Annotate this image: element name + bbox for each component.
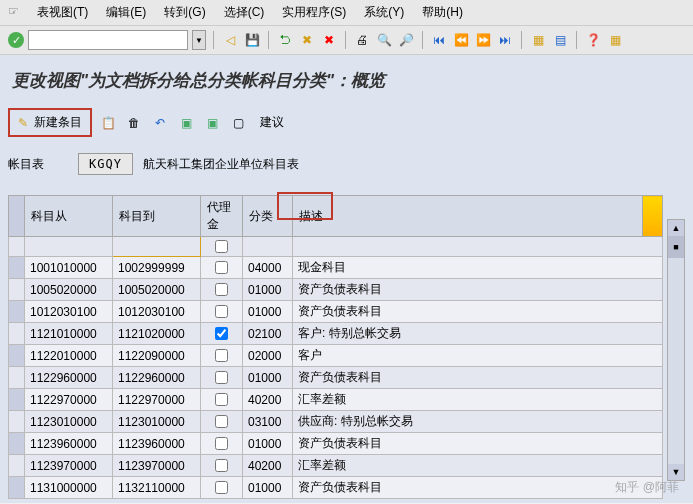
menu-help[interactable]: 帮助(H) xyxy=(422,4,463,21)
row-selector[interactable] xyxy=(9,433,25,455)
cell-commission[interactable] xyxy=(201,345,243,367)
layout2-icon[interactable]: ▤ xyxy=(551,31,569,49)
commission-checkbox[interactable] xyxy=(215,349,228,362)
table-row[interactable]: 1005020000100502000001000资产负债表科目 xyxy=(9,279,663,301)
table-row[interactable]: 1122970000112297000040200汇率差额 xyxy=(9,389,663,411)
row-selector[interactable] xyxy=(9,345,25,367)
delete-icon[interactable]: 🗑 xyxy=(124,113,144,133)
cell-category[interactable]: 40200 xyxy=(243,455,293,477)
new-entry-button[interactable]: ✎ 新建条目 xyxy=(8,108,92,137)
scroll-up-icon[interactable]: ▲ xyxy=(668,220,684,236)
cell-category[interactable] xyxy=(243,237,293,257)
commission-checkbox[interactable] xyxy=(215,240,228,253)
cell-from[interactable]: 1131000000 xyxy=(25,477,113,499)
cell-commission[interactable] xyxy=(201,237,243,257)
scroll-thumb[interactable]: ■ xyxy=(668,236,684,258)
cell-description[interactable]: 资产负债表科目 xyxy=(293,301,663,323)
ok-icon[interactable]: ✓ xyxy=(8,32,24,48)
commission-checkbox[interactable] xyxy=(215,415,228,428)
row-selector[interactable] xyxy=(9,323,25,345)
config-column-icon[interactable] xyxy=(643,196,663,237)
suggest-button[interactable]: 建议 xyxy=(254,114,290,131)
cell-from[interactable]: 1123010000 xyxy=(25,411,113,433)
cell-description[interactable]: 资产负债表科目 xyxy=(293,367,663,389)
deselect-icon[interactable]: ▢ xyxy=(228,113,248,133)
commission-checkbox[interactable] xyxy=(215,261,228,274)
cell-to[interactable]: 1123970000 xyxy=(113,455,201,477)
next-icon[interactable]: ⏩ xyxy=(474,31,492,49)
print-icon[interactable]: 🖨 xyxy=(353,31,371,49)
cell-to[interactable]: 1123010000 xyxy=(113,411,201,433)
menu-select[interactable]: 选择(C) xyxy=(224,4,265,21)
col-commission[interactable]: 代理金 xyxy=(201,196,243,237)
row-selector[interactable] xyxy=(9,455,25,477)
cell-to[interactable]: 1123960000 xyxy=(113,433,201,455)
menu-edit[interactable]: 编辑(E) xyxy=(106,4,146,21)
exit-icon[interactable]: ⮌ xyxy=(276,31,294,49)
cell-commission[interactable] xyxy=(201,301,243,323)
cell-to[interactable]: 1122960000 xyxy=(113,367,201,389)
cell-category[interactable]: 04000 xyxy=(243,257,293,279)
commission-checkbox[interactable] xyxy=(215,393,228,406)
cancel-icon[interactable]: ✖ xyxy=(298,31,316,49)
cell-category[interactable]: 01000 xyxy=(243,477,293,499)
table-row[interactable]: 1123970000112397000040200汇率差额 xyxy=(9,455,663,477)
row-selector[interactable] xyxy=(9,477,25,499)
command-input[interactable] xyxy=(28,30,188,50)
vertical-scrollbar[interactable]: ▲ ■ ▼ xyxy=(667,219,685,481)
menu-system[interactable]: 系统(Y) xyxy=(364,4,404,21)
cell-to[interactable] xyxy=(113,237,201,257)
cell-description[interactable]: 客户 xyxy=(293,345,663,367)
table-row[interactable]: 1121010000112102000002100客户: 特别总帐交易 xyxy=(9,323,663,345)
prev-icon[interactable]: ⏪ xyxy=(452,31,470,49)
col-from[interactable]: 科目从 xyxy=(25,196,113,237)
cell-to[interactable]: 1122090000 xyxy=(113,345,201,367)
cell-from[interactable]: 1122970000 xyxy=(25,389,113,411)
cell-category[interactable]: 02100 xyxy=(243,323,293,345)
table-row[interactable]: 1122010000112209000002000客户 xyxy=(9,345,663,367)
cell-from[interactable]: 1012030100 xyxy=(25,301,113,323)
undo-icon[interactable]: ↶ xyxy=(150,113,170,133)
cell-category[interactable]: 40200 xyxy=(243,389,293,411)
findnext-icon[interactable]: 🔎 xyxy=(397,31,415,49)
cell-category[interactable]: 02000 xyxy=(243,345,293,367)
cell-commission[interactable] xyxy=(201,455,243,477)
cell-from[interactable]: 1122960000 xyxy=(25,367,113,389)
cell-from[interactable]: 1122010000 xyxy=(25,345,113,367)
cell-to[interactable]: 1005020000 xyxy=(113,279,201,301)
cell-commission[interactable] xyxy=(201,279,243,301)
cell-from[interactable] xyxy=(25,237,113,257)
cell-category[interactable]: 01000 xyxy=(243,433,293,455)
row-selector[interactable] xyxy=(9,389,25,411)
cell-commission[interactable] xyxy=(201,411,243,433)
scroll-down-icon[interactable]: ▼ xyxy=(668,464,684,480)
table-row[interactable]: 1001010000100299999904000现金科目 xyxy=(9,257,663,279)
table-row[interactable]: 1012030100101203010001000资产负债表科目 xyxy=(9,301,663,323)
col-to[interactable]: 科目到 xyxy=(113,196,201,237)
save-icon[interactable]: 💾 xyxy=(243,31,261,49)
scroll-track[interactable] xyxy=(668,258,684,464)
commission-checkbox[interactable] xyxy=(215,305,228,318)
cell-from[interactable]: 1005020000 xyxy=(25,279,113,301)
row-selector[interactable] xyxy=(9,279,25,301)
cell-commission[interactable] xyxy=(201,433,243,455)
cell-from[interactable]: 1123960000 xyxy=(25,433,113,455)
table-row[interactable]: 1123960000112396000001000资产负债表科目 xyxy=(9,433,663,455)
row-selector-header[interactable] xyxy=(9,196,25,237)
cell-description[interactable] xyxy=(293,237,663,257)
cell-commission[interactable] xyxy=(201,257,243,279)
cell-description[interactable]: 客户: 特别总帐交易 xyxy=(293,323,663,345)
cell-description[interactable]: 汇率差额 xyxy=(293,389,663,411)
col-category[interactable]: 分类 xyxy=(243,196,293,237)
back-icon[interactable]: ◁ xyxy=(221,31,239,49)
cell-description[interactable]: 资产负债表科目 xyxy=(293,433,663,455)
first-icon[interactable]: ⏮ xyxy=(430,31,448,49)
cell-commission[interactable] xyxy=(201,323,243,345)
table-row[interactable]: 1131000000113211000001000资产负债表科目 xyxy=(9,477,663,499)
cell-commission[interactable] xyxy=(201,389,243,411)
find-icon[interactable]: 🔍 xyxy=(375,31,393,49)
cell-to[interactable]: 1002999999 xyxy=(113,257,201,279)
select-all-icon[interactable]: ▣ xyxy=(176,113,196,133)
cell-to[interactable]: 1121020000 xyxy=(113,323,201,345)
cell-description[interactable]: 汇率差额 xyxy=(293,455,663,477)
